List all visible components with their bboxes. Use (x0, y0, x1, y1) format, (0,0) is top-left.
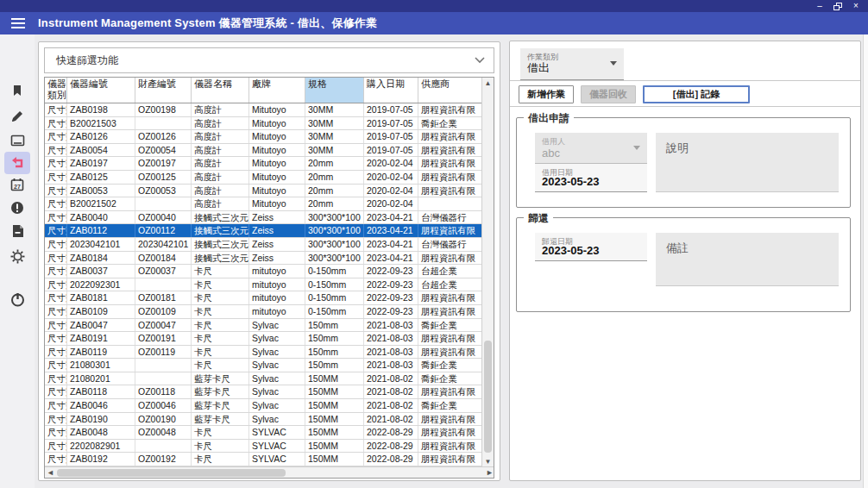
description-textarea[interactable]: 說明 (656, 133, 839, 192)
table-cell: 2019-07-05 (364, 130, 418, 143)
horizontal-scrollbar[interactable]: ◄ ► (45, 466, 494, 478)
table-row[interactable]: 尺寸類B20021502高度計Mitutoyo20mm2020-02-04 (45, 197, 494, 211)
sidebar-item-bookmark[interactable] (4, 79, 30, 102)
table-cell: 尺寸類 (45, 385, 67, 398)
table-cell: 2202082901 (67, 440, 135, 453)
return-group-title: 歸還 (524, 211, 553, 226)
column-header[interactable]: 財產編號 (135, 78, 192, 103)
window-icon (10, 135, 25, 147)
column-header[interactable]: 購入日期 (364, 78, 418, 103)
table-row[interactable]: 尺寸類B20021503高度計Mitutoyo30MM2019-07-05喬鉅企… (45, 117, 494, 131)
column-header[interactable]: 儀器名稱 (192, 78, 249, 103)
sidebar-item-calendar[interactable]: 27 (4, 173, 30, 196)
table-cell: Sylvac (249, 385, 305, 398)
borrow-date-field[interactable]: 借用日期 2023-05-23 (535, 164, 647, 192)
table-cell: mitutoyo (249, 305, 305, 318)
table-cell: 150MM (305, 413, 364, 426)
remarks-textarea[interactable]: 備註 (656, 233, 839, 286)
sidebar-item-power[interactable] (4, 288, 30, 310)
table-row[interactable]: 尺寸類ZAB0047OZ00047卡尺Sylvac150mm2021-08-03… (45, 319, 494, 333)
table-row[interactable]: 尺寸類ZAB0118OZ00118藍芽卡尺Sylvac150MM2021-08-… (45, 385, 494, 399)
table-cell: Sylvac (249, 359, 305, 372)
table-row[interactable]: 尺寸類ZAB0046OZ00046藍芽卡尺Sylvac150MM2021-08-… (45, 399, 494, 413)
scroll-left-icon[interactable]: ◄ (45, 467, 56, 478)
table-cell: 2019-07-05 (364, 103, 418, 116)
column-header[interactable]: 規格 (305, 78, 364, 103)
table-row[interactable]: 尺寸類ZAB0198OZ00198高度計Mitutoyo30MM2019-07-… (45, 103, 494, 117)
table-cell: 藍芽卡尺 (192, 372, 249, 385)
new-job-button[interactable]: 新增作業 (519, 85, 574, 103)
column-header[interactable]: 廠牌 (249, 78, 305, 103)
sidebar-item-loan-return[interactable] (4, 152, 30, 174)
table-cell: 尺寸類 (45, 305, 67, 318)
table-cell (135, 197, 192, 210)
table-row[interactable]: 尺寸類ZAB0053OZ00053高度計Mitutoyo20mm2020-02-… (45, 185, 494, 198)
table-row[interactable]: 尺寸類2202082901卡尺SYLVAC150MM2022-08-29朋程資訊… (45, 440, 494, 454)
column-header[interactable]: 供應商 (418, 78, 485, 103)
sidebar-item-alert[interactable] (4, 197, 30, 219)
table-cell: ZAB0191 (67, 332, 135, 345)
table-cell: 2022-09-23 (364, 291, 418, 304)
instrument-recall-button: 儀器回收 (581, 85, 636, 103)
return-date-field[interactable]: 歸還日期 2023-05-23 (535, 233, 647, 261)
table-row[interactable]: 尺寸類ZAB0192OZ00192卡尺SYLVAC150MM2022-08-29… (45, 453, 494, 466)
table-cell: Mitutoyo (249, 130, 305, 143)
table-cell: Sylvac (249, 413, 305, 426)
table-cell: 朋程資訊有限 (418, 413, 485, 426)
table-cell: 朋程資訊有限 (418, 157, 485, 170)
table-row[interactable]: 尺寸類2022092301卡尺mitutoyo0-150mm2022-09-23… (45, 278, 494, 292)
sidebar-item-edit[interactable] (4, 105, 30, 128)
table-cell: 尺寸類 (45, 144, 67, 157)
table-row[interactable]: 尺寸類ZAB0181OZ00181卡尺mitutoyo0-150mm2022-0… (45, 291, 494, 305)
return-group: 歸還 歸還日期 2023-05-23 備註 (516, 217, 851, 312)
table-cell: 2023-04-21 (364, 238, 418, 251)
column-header[interactable]: 儀器類別 (45, 78, 67, 103)
table-row[interactable]: 尺寸類ZAB0126OZ00126高度計Mitutoyo30MM2019-07-… (45, 130, 494, 144)
table-row[interactable]: 尺寸類ZAB0184OZ00184接觸式三次元Zeiss300*300*1002… (45, 252, 494, 266)
table-cell: Mitutoyo (249, 117, 305, 130)
table-row[interactable]: 尺寸類20230421012023042101接觸式三次元Zeiss300*30… (45, 238, 494, 252)
close-button[interactable]: × (851, 1, 861, 11)
pencil-icon (10, 109, 24, 123)
table-row[interactable]: 尺寸類ZAB0048OZ00048卡尺SYLVAC150MM2022-08-29… (45, 426, 494, 440)
table-cell: 台灣儀器行 (418, 211, 485, 224)
sidebar-item-document[interactable] (4, 220, 30, 242)
table-row[interactable]: 尺寸類21080301卡尺Sylvac150mm2021-08-03喬鉅企業 (45, 359, 494, 372)
table-cell: OZ00191 (135, 332, 192, 345)
vscroll-thumb[interactable] (484, 341, 492, 453)
table-row[interactable]: 尺寸類ZAB0119OZ00119卡尺Sylvac150mm2021-08-03… (45, 346, 494, 360)
table-cell: 150mm (305, 332, 364, 345)
restore-button[interactable] (833, 3, 842, 10)
column-header[interactable]: 儀器編號 (67, 78, 135, 103)
table-row[interactable]: 尺寸類21080201藍芽卡尺Sylvac150MM2021-08-02喬鉅企業 (45, 372, 494, 386)
table-cell: ZAB0053 (67, 185, 135, 197)
quick-filter-expander[interactable]: 快速篩選功能 (44, 47, 494, 73)
hscroll-thumb[interactable] (57, 469, 286, 477)
table-cell: Mitutoyo (249, 103, 305, 116)
scroll-up-icon[interactable]: ▲ (482, 78, 494, 89)
sidebar-item-window[interactable] (4, 129, 30, 152)
minimize-button[interactable]: – (815, 1, 825, 11)
table-cell (135, 440, 192, 453)
table-row[interactable]: 尺寸類ZAB0190OZ00190藍芽卡尺Sylvac150MM2021-08-… (45, 413, 494, 427)
table-row[interactable]: 尺寸類ZAB0054OZ00054高度計Mitutoyo30MM2019-07-… (45, 144, 494, 158)
table-row[interactable]: 尺寸類ZAB0040OZ00040接觸式三次元Zeiss300*300*1002… (45, 211, 494, 225)
table-row[interactable]: 尺寸類ZAB0191OZ00191卡尺Sylvac150mm2021-08-03… (45, 332, 494, 346)
menu-icon[interactable] (11, 18, 25, 28)
table-row[interactable]: 尺寸類ZAB0125OZ00125高度計Mitutoyo20mm2020-02-… (45, 171, 494, 185)
scroll-right-icon[interactable]: ► (484, 467, 494, 478)
table-row[interactable]: 尺寸類ZAB0197OZ00197高度計Mitutoyo20mm2020-02-… (45, 157, 494, 171)
table-cell: 300*300*100 (305, 252, 364, 265)
table-cell: 朋程資訊有限 (418, 130, 485, 143)
table-cell: 朋程資訊有限 (418, 291, 485, 304)
operation-type-select[interactable]: 作業類別 借出 (520, 48, 624, 80)
table-cell: 150MM (305, 399, 364, 412)
table-cell: Sylvac (249, 332, 305, 345)
sidebar-item-settings[interactable] (4, 245, 30, 267)
table-row[interactable]: 尺寸類ZAB0109OZ00109卡尺mitutoyo0-150mm2022-0… (45, 305, 494, 319)
vertical-scrollbar[interactable]: ▲ ▼ (481, 78, 494, 467)
table-row[interactable]: 尺寸類ZAB0112OZ00112接觸式三次元Zeiss300*300*1002… (45, 224, 494, 238)
table-row[interactable]: 尺寸類ZAB0037OZ00037卡尺mitutoyo0-150mm2022-0… (45, 265, 494, 278)
table-cell: 朋程資訊有限 (418, 426, 485, 439)
loan-record-button[interactable]: [借出] 記錄 (643, 85, 750, 103)
